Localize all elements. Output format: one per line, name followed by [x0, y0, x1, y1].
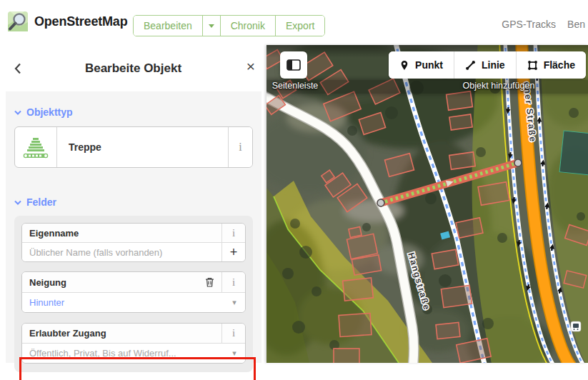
- access-combobox[interactable]: Öffentlich, Privat, Bis auf Widerruf...: [22, 344, 224, 363]
- name-input[interactable]: [22, 243, 221, 261]
- sidebar-toggle-button[interactable]: [280, 51, 307, 79]
- chevron-down-icon[interactable]: ▾: [224, 293, 245, 312]
- way-vertex[interactable]: [514, 159, 522, 166]
- tool-label: Punkt: [415, 59, 443, 71]
- edit-dropdown-button[interactable]: [202, 16, 220, 36]
- field-label: Neigung: [22, 272, 198, 292]
- brand-title: OpenStreetMap: [34, 14, 127, 29]
- section-objekttyp[interactable]: Objekttyp: [14, 91, 253, 118]
- map-render: Hangstraße ener Straße: [266, 45, 588, 363]
- preset-info-button[interactable]: i: [228, 127, 252, 167]
- sidebar-body: Objekttyp: [6, 91, 261, 363]
- field-neigung: Neigung i Hinunter ▾: [21, 271, 246, 313]
- osm-logo-icon: [7, 11, 29, 32]
- edit-button-group: Bearbeiten Chronik Export: [133, 15, 325, 36]
- section-label: Felder: [26, 196, 56, 208]
- info-button[interactable]: i: [221, 324, 245, 343]
- incline-combobox[interactable]: Hinunter: [22, 293, 224, 312]
- history-button[interactable]: Chronik: [220, 16, 275, 36]
- back-button[interactable]: [10, 61, 26, 76]
- user-link[interactable]: Ben: [567, 19, 585, 30]
- sidebar-icon: [286, 59, 301, 71]
- field-label: Erlaubter Zugang: [22, 324, 221, 343]
- chevron-down-icon: [209, 24, 214, 28]
- bus-stop-icon: [571, 321, 581, 331]
- brand[interactable]: OpenStreetMap: [7, 11, 127, 32]
- delete-field-button[interactable]: [198, 272, 221, 292]
- point-icon: [399, 60, 409, 71]
- edit-sidebar: Bearbeite Objekt × Objekttyp: [0, 45, 266, 363]
- trash-icon: [205, 277, 214, 287]
- field-eigenname: Eigenname i +: [21, 223, 246, 262]
- page-title: Bearbeite Objekt: [0, 61, 266, 76]
- chevron-down-icon[interactable]: ▾: [224, 344, 245, 363]
- section-felder[interactable]: Felder: [14, 168, 253, 208]
- field-zugang: Erlaubter Zugang i Öffentlich, Privat, B…: [21, 323, 246, 364]
- chevron-down-icon: [14, 110, 21, 115]
- add-multilingual-button[interactable]: +: [221, 243, 245, 261]
- chevron-down-icon: [14, 200, 21, 205]
- info-button[interactable]: i: [221, 224, 245, 242]
- gps-tracks-link[interactable]: GPS-Tracks: [502, 19, 556, 30]
- add-area-button[interactable]: Fläche: [516, 51, 586, 79]
- line-icon: [465, 60, 476, 71]
- top-bar: OpenStreetMap Bearbeiten Chronik Export …: [0, 0, 588, 45]
- info-button[interactable]: i: [221, 272, 245, 292]
- way-vertex[interactable]: [377, 199, 384, 206]
- close-button[interactable]: ×: [244, 58, 258, 75]
- steps-icon: [22, 134, 49, 161]
- field-label: Eigenname: [22, 224, 221, 242]
- add-line-button[interactable]: Linie: [454, 51, 516, 79]
- section-label: Objekttyp: [26, 106, 73, 118]
- tool-label: Fläche: [544, 59, 575, 71]
- area-icon: [527, 60, 538, 71]
- add-point-button[interactable]: Punkt: [389, 51, 454, 79]
- tool-label: Linie: [482, 59, 505, 71]
- map-canvas[interactable]: Hangstraße ener Straße Seitenleiste Punk: [266, 45, 588, 363]
- top-links: GPS-Tracks Ben: [502, 19, 585, 30]
- export-button[interactable]: Export: [275, 16, 324, 36]
- add-object-toolbar: Punkt Linie Fläche: [389, 51, 586, 79]
- edit-button[interactable]: Bearbeiten: [134, 16, 202, 36]
- fields-container: Eigenname i + Neigung: [14, 216, 253, 372]
- sidebar-header: Bearbeite Objekt ×: [0, 45, 266, 91]
- chevron-left-icon: [14, 63, 21, 74]
- osm-id-editor: OpenStreetMap Bearbeiten Chronik Export …: [0, 0, 588, 380]
- preset-name: Treppe: [57, 127, 228, 167]
- preset-icon-cell: [15, 127, 57, 167]
- preset-card[interactable]: Treppe i: [14, 126, 253, 168]
